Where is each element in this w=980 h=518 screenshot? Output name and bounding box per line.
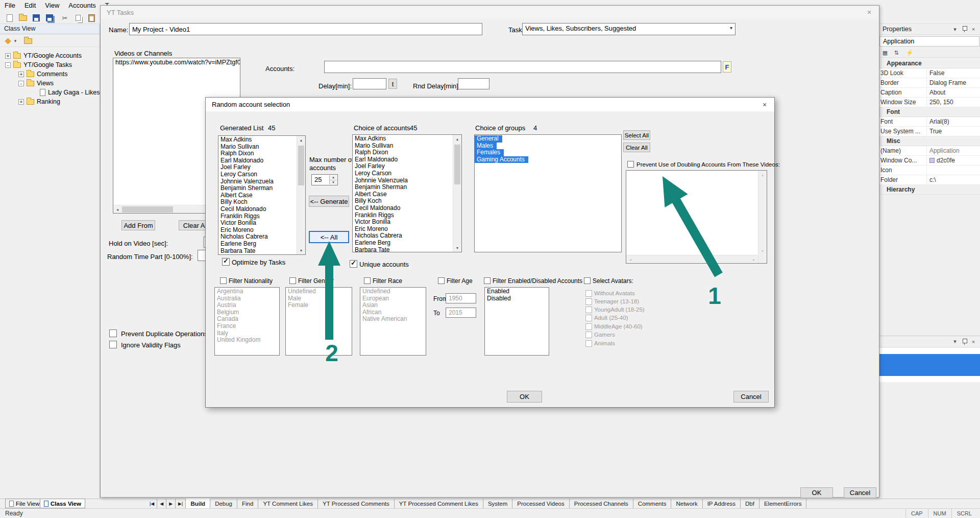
tree-item-accounts[interactable]: + YT/Google Accounts [5, 51, 82, 60]
generated-list-item[interactable]: Billy Koch [218, 199, 297, 206]
close-icon[interactable]: × [969, 338, 978, 346]
tree-item-lady-gaga[interactable]: Lady Gaga - Likes an [32, 88, 100, 97]
pin-icon[interactable] [960, 338, 969, 346]
chevron-down-icon[interactable]: ▾ [950, 25, 960, 33]
ignore-validity-checkbox[interactable] [109, 341, 117, 348]
select-all-button[interactable]: Select All [623, 130, 650, 140]
generated-list-item[interactable]: Max Adkins [218, 136, 297, 144]
unique-accounts-checkbox[interactable]: ✓ [350, 260, 357, 268]
close-icon[interactable]: × [969, 25, 978, 33]
output-tab[interactable]: Processed Videos [512, 499, 569, 508]
random-dialog-titlebar[interactable]: Random account selection [206, 98, 774, 111]
choice-account-item[interactable]: Victor Bonilla [353, 219, 453, 226]
scroll-right-icon[interactable]: ▸ [750, 255, 758, 264]
choice-account-item[interactable]: Johnnie Valenzuela [353, 177, 453, 184]
property-row[interactable]: (Name)Application [878, 146, 980, 156]
property-section[interactable]: Font [878, 107, 980, 117]
group-item[interactable]: General [475, 135, 502, 143]
output-tab[interactable]: Comments [633, 499, 672, 508]
tree-item-comments[interactable]: + Comments [18, 69, 67, 79]
property-section[interactable]: Appearance [878, 59, 980, 68]
ok-button[interactable]: OK [507, 391, 542, 403]
scroll-up-icon[interactable]: ▴ [297, 136, 305, 144]
enabled-disabled-listbox[interactable]: EnabledDisabled [484, 287, 549, 356]
cancel-button[interactable]: Cancel [733, 391, 769, 403]
cut-icon[interactable]: ✂ [59, 12, 70, 23]
filter-enabled-disabled-checkbox[interactable] [484, 277, 491, 284]
chevron-down-icon[interactable]: ▾ [950, 338, 960, 346]
clear-all-button[interactable]: Clear All [623, 143, 650, 152]
open-file-icon[interactable] [17, 12, 29, 23]
delay-input[interactable] [353, 78, 386, 89]
scroll-left-icon[interactable]: ◂ [626, 255, 634, 264]
generated-list-item[interactable]: Joel Farley [218, 164, 297, 171]
generated-list-item[interactable]: Victor Bonilla [218, 220, 297, 227]
copy-icon[interactable] [72, 12, 84, 23]
categorized-icon[interactable]: ▦ [880, 49, 890, 57]
choice-account-item[interactable]: Benjamin Sherman [353, 184, 453, 191]
tree-item-views[interactable]: - Views [18, 79, 54, 88]
nationality-listbox[interactable]: ArgentinaAustraliaAustriaBelgiumCanadaFr… [214, 287, 280, 356]
property-section[interactable]: Hierarchy [878, 185, 980, 195]
expand-icon[interactable]: + [18, 72, 24, 77]
generated-list-item[interactable]: Earl Maldonado [218, 157, 297, 164]
filter-race-checkbox[interactable] [364, 277, 371, 284]
generated-list-item[interactable]: Benjamin Sherman [218, 185, 297, 192]
add-from-button[interactable]: Add From [121, 220, 155, 230]
output-tab[interactable]: YT Processed Comment Likes [395, 499, 483, 508]
property-section[interactable]: Misc [878, 136, 980, 146]
choice-account-item[interactable]: Mario Sullivan [353, 143, 453, 150]
save-icon[interactable] [31, 12, 42, 23]
selected-item-placeholder[interactable] [878, 354, 980, 376]
choice-account-item[interactable]: Albert Case [353, 191, 453, 198]
scrollbar-thumb[interactable] [122, 206, 173, 213]
yt-tasks-titlebar[interactable]: YT Tasks [101, 6, 879, 19]
filter-age-checkbox[interactable] [438, 277, 445, 284]
save-all-icon[interactable] [44, 12, 55, 23]
vertical-scrollbar[interactable]: ▴ ▾ [758, 171, 767, 263]
delay-time-button[interactable]: t [388, 79, 397, 89]
age-from-input[interactable] [446, 293, 476, 303]
generated-list-item[interactable]: Nicholas Cabrera [218, 233, 297, 241]
output-tab[interactable]: Network [671, 499, 702, 508]
secondary-panel-header[interactable]: ▾ × [878, 336, 980, 347]
name-input[interactable] [129, 23, 482, 35]
generated-list-item[interactable]: Earlene Berg [218, 241, 297, 248]
menu-item[interactable]: File [0, 0, 20, 11]
properties-header[interactable]: Properties ▾ × [878, 24, 980, 35]
dropdown-caret-icon[interactable]: ▾ [12, 35, 18, 46]
output-tab[interactable]: YT Comment Likes [258, 499, 318, 508]
doubling-videos-listbox[interactable]: ▴ ▾ ◂ ▸ [626, 170, 767, 264]
choice-of-groups-listbox[interactable]: GeneralMalesFemalesGaming Accounts [474, 134, 622, 252]
output-tab[interactable]: ElementErrors [760, 499, 807, 508]
property-row[interactable]: Use System ...True [878, 127, 980, 136]
choice-account-item[interactable]: Nicholas Cabrera [353, 232, 453, 240]
close-icon[interactable]: × [755, 98, 774, 111]
property-row[interactable]: Icon [878, 166, 980, 175]
filter-gender-checkbox[interactable] [289, 277, 296, 284]
rnd-delay-input[interactable] [458, 78, 489, 89]
scrollbar-thumb[interactable] [454, 145, 460, 184]
new-folder-icon[interactable] [22, 35, 34, 46]
output-tab[interactable]: Processed Channels [570, 499, 633, 508]
choice-account-item[interactable]: Leroy Carson [353, 170, 453, 177]
group-item[interactable]: Males [475, 143, 497, 150]
generated-list-item[interactable]: Barbara Tate [218, 248, 297, 255]
output-tab[interactable]: Find [237, 499, 258, 508]
spinner-up-icon[interactable]: ▴ [330, 175, 337, 180]
generated-list-item[interactable]: Johnnie Valenzuela [218, 178, 297, 185]
cancel-button[interactable]: Cancel [844, 487, 876, 498]
close-icon[interactable]: × [860, 6, 879, 19]
ok-button[interactable]: OK [800, 487, 833, 498]
output-tab[interactable]: Debug [210, 499, 237, 508]
menu-item[interactable]: View [40, 0, 64, 11]
enabled-state-item[interactable]: Enabled [485, 288, 549, 295]
nav-prev-icon[interactable]: ◀ [157, 499, 166, 508]
nav-next-icon[interactable]: ▶ [166, 499, 176, 508]
new-file-icon[interactable] [4, 12, 15, 23]
object-selector[interactable]: Application [879, 36, 979, 46]
generated-listbox[interactable]: Max AdkinsMario SullivanRalph DixonEarl … [218, 135, 306, 255]
classview-mode-icon[interactable] [2, 35, 13, 46]
choice-account-item[interactable]: Joel Farley [353, 163, 453, 170]
output-tab[interactable]: IP Address [703, 499, 741, 508]
